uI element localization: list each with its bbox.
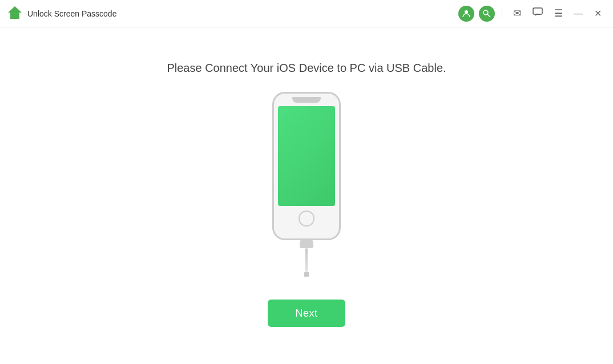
music-search-button[interactable] bbox=[478, 5, 496, 23]
svg-marker-0 bbox=[8, 6, 22, 19]
cable-line bbox=[305, 248, 308, 272]
next-button[interactable]: Next bbox=[268, 300, 345, 327]
chat-button[interactable] bbox=[529, 5, 547, 23]
minimize-icon: — bbox=[574, 9, 583, 19]
cable-connector bbox=[300, 240, 313, 248]
mail-icon: ✉ bbox=[513, 7, 521, 19]
svg-point-1 bbox=[465, 10, 468, 14]
user-icon bbox=[458, 6, 474, 22]
app-logo bbox=[7, 5, 23, 23]
phone-home-button bbox=[299, 211, 314, 227]
menu-button[interactable]: ☰ bbox=[549, 5, 567, 23]
cable-tip bbox=[304, 272, 309, 277]
phone-illustration bbox=[272, 92, 341, 277]
connection-instruction: Please Connect Your iOS Device to PC via… bbox=[167, 62, 446, 75]
chat-icon bbox=[533, 7, 543, 19]
main-content: Please Connect Your iOS Device to PC via… bbox=[0, 27, 613, 364]
titlebar: Unlock Screen Passcode ✉ bbox=[0, 0, 613, 27]
music-icon bbox=[479, 6, 495, 22]
app-title: Unlock Screen Passcode bbox=[27, 9, 457, 18]
menu-icon: ☰ bbox=[554, 7, 563, 19]
svg-line-3 bbox=[487, 14, 490, 17]
svg-rect-4 bbox=[533, 8, 542, 14]
minimize-button[interactable]: — bbox=[570, 5, 587, 22]
close-button[interactable]: ✕ bbox=[589, 5, 606, 22]
svg-point-2 bbox=[483, 10, 488, 15]
usb-cable bbox=[300, 240, 313, 277]
phone-notch bbox=[292, 97, 321, 103]
mail-button[interactable]: ✉ bbox=[508, 5, 526, 23]
close-icon: ✕ bbox=[594, 8, 602, 19]
phone-screen bbox=[278, 106, 335, 206]
phone-body bbox=[272, 92, 341, 240]
titlebar-actions: ✉ ☰ — ✕ bbox=[457, 5, 606, 23]
divider bbox=[502, 8, 502, 19]
user-profile-button[interactable] bbox=[457, 5, 475, 23]
